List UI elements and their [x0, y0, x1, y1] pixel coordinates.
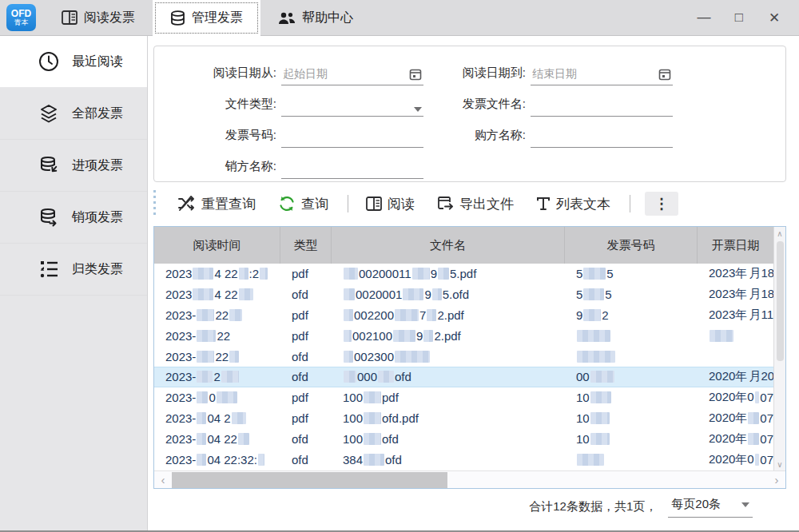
- sidebar-item-classified-invoices[interactable]: 归类发票: [0, 244, 147, 296]
- redacted-block: [755, 391, 760, 403]
- buyer-name-input[interactable]: [531, 125, 673, 148]
- toolbar-button-label: 阅读: [388, 195, 415, 213]
- page-size-select[interactable]: 每页20条: [668, 495, 753, 518]
- column-header-2[interactable]: 文件名: [332, 227, 565, 264]
- read-date-from-input[interactable]: 起始日期: [281, 63, 423, 85]
- table-cell: 2023-04 22:32:: [154, 453, 280, 466]
- cell-text: 0: [209, 391, 215, 404]
- horizontal-scrollbar[interactable]: ‹ ›: [154, 470, 785, 488]
- field-label-read-date-to: 阅读日期到:: [418, 66, 526, 85]
- redacted-block: [364, 391, 381, 403]
- table-cell: 55: [565, 288, 698, 301]
- cell-text: 2.pdf: [437, 308, 463, 322]
- cell-text: 5.pdf: [450, 267, 476, 280]
- calendar-icon[interactable]: [658, 68, 671, 81]
- redacted-block: [344, 288, 355, 300]
- table-cell: 10: [565, 432, 698, 446]
- horizontal-scrollbar-track[interactable]: [172, 471, 768, 489]
- file-type-input[interactable]: [281, 94, 423, 117]
- table-row[interactable]: 2023-04 22ofd100ofd102020年07: [154, 428, 773, 449]
- redacted-block: [197, 391, 208, 403]
- record-summary: 合计12条数据，共1页，: [529, 499, 657, 514]
- toolbar: 重置查询查询阅读导出文件列表文本⋮: [153, 187, 786, 220]
- invoice-table: 阅读时间类型文件名发票号码开票日期 20234 22:2pdf002000119…: [153, 226, 786, 489]
- redacted-block: [748, 412, 759, 424]
- column-header-4[interactable]: 开票日期: [698, 227, 773, 264]
- table-row[interactable]: 2023-04 22:32:ofd384ofd2020年007: [154, 449, 773, 470]
- vertical-scrollbar-thumb[interactable]: [777, 241, 784, 361]
- toolbar-divider: [348, 195, 348, 212]
- table-cell: 2023年月11: [698, 308, 773, 323]
- cell-text: 2020年: [709, 431, 747, 447]
- scroll-left-icon[interactable]: ‹: [154, 471, 172, 489]
- sidebar-item-input-invoices[interactable]: 进项发票: [0, 140, 147, 192]
- table-cell: 100pdf: [332, 391, 565, 404]
- cell-text: 07: [760, 411, 773, 425]
- table-row[interactable]: 2023-2ofd000ofd002020年月20: [154, 367, 773, 387]
- toolbar-more-button[interactable]: ⋮: [645, 192, 678, 216]
- field-label-buyer-name: 购方名称:: [418, 128, 526, 148]
- table-row[interactable]: 2023-22ofd002300: [154, 346, 773, 367]
- cell-text: 4 22: [214, 288, 237, 301]
- column-header-0[interactable]: 阅读时间: [154, 227, 280, 264]
- minimize-button[interactable]: —: [692, 6, 716, 30]
- close-button[interactable]: ✕: [762, 6, 786, 30]
- table-row[interactable]: 20234 22ofd002000195.ofd552023年月18: [154, 284, 773, 305]
- cell-text: 100: [343, 411, 363, 425]
- toolbar-button-reset-query[interactable]: 重置查询: [169, 190, 264, 218]
- tab-manage-invoice[interactable]: 管理发票: [153, 0, 260, 36]
- horizontal-scrollbar-thumb[interactable]: [172, 472, 447, 488]
- redacted-block: [229, 351, 239, 363]
- toolbar-button-label: 导出文件: [459, 195, 514, 213]
- cell-text: 9: [576, 308, 582, 322]
- scroll-down-icon[interactable]: ∨: [774, 458, 785, 470]
- sidebar-item-recent-reads[interactable]: 最近阅读: [0, 36, 147, 88]
- vertical-scrollbar[interactable]: ∧ ∨: [773, 227, 785, 470]
- cell-text: pdf: [292, 411, 308, 425]
- scroll-up-icon[interactable]: ∧: [774, 227, 785, 240]
- invoice-filename-input[interactable]: [531, 94, 673, 117]
- scroll-right-icon[interactable]: ›: [768, 471, 785, 489]
- cell-text: 384: [343, 453, 363, 466]
- reset-icon: [177, 195, 196, 212]
- table-cell: 2023年月18: [698, 287, 773, 302]
- sidebar-item-all-invoices[interactable]: 全部发票: [0, 88, 147, 140]
- toolbar-button-read[interactable]: 阅读: [358, 190, 423, 218]
- table-cell: pdf: [280, 267, 332, 280]
- table-cell: 92: [565, 308, 698, 322]
- form-row-seller-name: 销方名称:: [169, 148, 432, 179]
- cell-text: ofd: [292, 350, 308, 363]
- toolbar-drag-handle[interactable]: [153, 190, 156, 217]
- field-label-file-type: 文件类型:: [169, 97, 276, 117]
- table-row[interactable]: 2023-0pdf100pdf102020年007: [154, 387, 773, 408]
- sidebar-item-output-invoices[interactable]: 销项发票: [0, 192, 147, 244]
- table-row[interactable]: 2023-22pdf00210092.pdf: [154, 325, 773, 346]
- filter-form-panel: 阅读日期从:起始日期文件类型:发票号码:销方名称: 阅读日期到:结束日期发票文件…: [153, 46, 786, 182]
- page-size-value: 每页20条: [671, 497, 721, 512]
- column-header-3[interactable]: 发票号码: [565, 227, 698, 264]
- redacted-block: [748, 433, 759, 445]
- redacted-block: [238, 433, 249, 445]
- cell-text: 5: [576, 288, 582, 301]
- column-header-1[interactable]: 类型: [280, 227, 332, 264]
- table-row[interactable]: 20234 22:2pdf0020001195.pdf552023年月18: [154, 264, 773, 284]
- table-header-row: 阅读时间类型文件名发票号码开票日期: [154, 227, 773, 264]
- table-cell: [565, 351, 698, 363]
- table-cell: 20234 22: [154, 288, 280, 301]
- cell-text: 2023-: [165, 432, 196, 446]
- table-row[interactable]: 2023-04 2pdf100ofd.pdf102020年07: [154, 408, 773, 429]
- cell-text: 04 22:32:: [207, 453, 257, 466]
- toolbar-button-query[interactable]: 查询: [270, 190, 336, 218]
- toolbar-button-list-text[interactable]: 列表文本: [528, 190, 618, 218]
- invoice-number-input[interactable]: [281, 125, 423, 148]
- toolbar-button-export-file[interactable]: 导出文件: [429, 190, 522, 218]
- seller-name-input[interactable]: [281, 157, 423, 179]
- tab-help-center[interactable]: 帮助中心: [260, 0, 371, 36]
- table-cell: pdf: [280, 411, 332, 425]
- maximize-button[interactable]: □: [727, 6, 751, 30]
- redacted-block: [590, 412, 610, 424]
- read-date-to-input[interactable]: 结束日期: [531, 63, 673, 85]
- table-row[interactable]: 2023-22pdf00220072.pdf922023年月11: [154, 305, 773, 326]
- cell-text: pdf: [292, 308, 308, 322]
- tab-read-invoice[interactable]: 阅读发票: [44, 0, 153, 36]
